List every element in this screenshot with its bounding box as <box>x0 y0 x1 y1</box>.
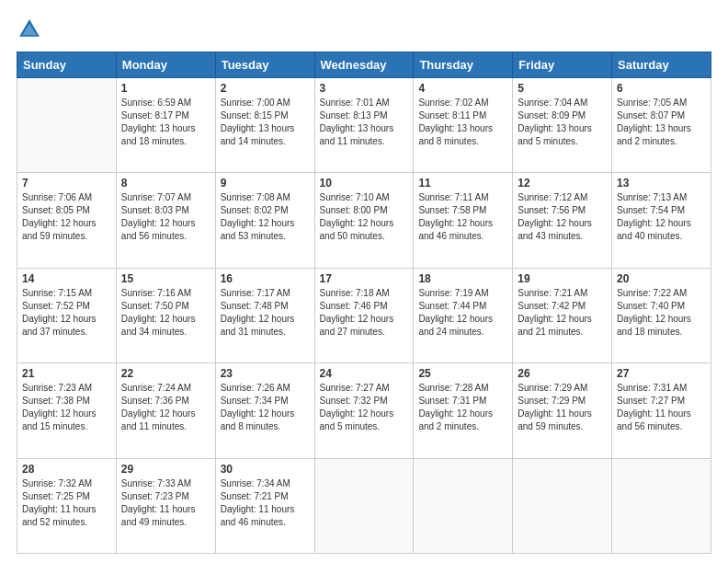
calendar-cell: 20Sunrise: 7:22 AM Sunset: 7:40 PM Dayli… <box>612 268 711 362</box>
day-number: 14 <box>22 272 111 285</box>
calendar-cell <box>612 458 711 553</box>
calendar-cell: 29Sunrise: 7:33 AM Sunset: 7:23 PM Dayli… <box>116 458 215 553</box>
calendar-cell: 9Sunrise: 7:08 AM Sunset: 8:02 PM Daylig… <box>215 173 314 268</box>
day-number: 9 <box>221 177 310 190</box>
calendar-cell <box>17 78 117 173</box>
day-info: Sunrise: 7:13 AM Sunset: 7:54 PM Dayligh… <box>617 191 706 243</box>
day-number: 30 <box>221 463 310 476</box>
day-info: Sunrise: 7:16 AM Sunset: 7:50 PM Dayligh… <box>121 287 210 339</box>
day-number: 13 <box>617 177 706 190</box>
calendar-cell: 30Sunrise: 7:34 AM Sunset: 7:21 PM Dayli… <box>215 458 314 553</box>
calendar-header-saturday: Saturday <box>612 52 711 78</box>
calendar-header-monday: Monday <box>116 52 215 78</box>
calendar-cell <box>314 458 414 553</box>
calendar-cell: 10Sunrise: 7:10 AM Sunset: 8:00 PM Dayli… <box>314 173 414 268</box>
day-number: 27 <box>617 367 706 380</box>
day-number: 22 <box>121 367 210 380</box>
day-info: Sunrise: 7:00 AM Sunset: 8:15 PM Dayligh… <box>221 97 310 148</box>
calendar-cell: 23Sunrise: 7:26 AM Sunset: 7:34 PM Dayli… <box>215 363 314 458</box>
day-info: Sunrise: 7:23 AM Sunset: 7:38 PM Dayligh… <box>22 382 111 433</box>
day-info: Sunrise: 7:07 AM Sunset: 8:03 PM Dayligh… <box>121 191 210 243</box>
logo-icon <box>17 17 42 42</box>
calendar-cell: 5Sunrise: 7:04 AM Sunset: 8:09 PM Daylig… <box>513 78 612 173</box>
day-number: 23 <box>221 367 310 380</box>
day-number: 4 <box>418 82 507 95</box>
day-number: 12 <box>518 177 607 190</box>
day-info: Sunrise: 7:04 AM Sunset: 8:09 PM Dayligh… <box>518 97 607 148</box>
calendar-week-5: 28Sunrise: 7:32 AM Sunset: 7:25 PM Dayli… <box>17 458 711 553</box>
calendar-cell: 22Sunrise: 7:24 AM Sunset: 7:36 PM Dayli… <box>116 363 215 458</box>
day-number: 19 <box>518 272 607 285</box>
calendar-week-2: 7Sunrise: 7:06 AM Sunset: 8:05 PM Daylig… <box>17 173 711 268</box>
day-number: 18 <box>418 272 507 285</box>
day-number: 10 <box>320 177 409 190</box>
day-info: Sunrise: 7:08 AM Sunset: 8:02 PM Dayligh… <box>221 191 310 243</box>
calendar-header-wednesday: Wednesday <box>314 52 414 78</box>
calendar-cell: 11Sunrise: 7:11 AM Sunset: 7:58 PM Dayli… <box>414 173 513 268</box>
calendar-cell: 25Sunrise: 7:28 AM Sunset: 7:31 PM Dayli… <box>414 363 513 458</box>
day-info: Sunrise: 7:27 AM Sunset: 7:32 PM Dayligh… <box>320 382 409 433</box>
calendar-cell: 3Sunrise: 7:01 AM Sunset: 8:13 PM Daylig… <box>314 78 414 173</box>
calendar-cell: 19Sunrise: 7:21 AM Sunset: 7:42 PM Dayli… <box>513 268 612 362</box>
calendar-cell <box>414 458 513 553</box>
day-info: Sunrise: 7:21 AM Sunset: 7:42 PM Dayligh… <box>518 287 607 339</box>
day-info: Sunrise: 7:26 AM Sunset: 7:34 PM Dayligh… <box>221 382 310 433</box>
day-info: Sunrise: 7:17 AM Sunset: 7:48 PM Dayligh… <box>221 287 310 339</box>
calendar-cell: 8Sunrise: 7:07 AM Sunset: 8:03 PM Daylig… <box>116 173 215 268</box>
day-number: 8 <box>121 177 210 190</box>
day-number: 6 <box>617 82 706 95</box>
calendar-header-thursday: Thursday <box>414 52 513 78</box>
calendar-cell: 28Sunrise: 7:32 AM Sunset: 7:25 PM Dayli… <box>17 458 117 553</box>
calendar-cell: 21Sunrise: 7:23 AM Sunset: 7:38 PM Dayli… <box>17 363 117 458</box>
calendar-cell: 7Sunrise: 7:06 AM Sunset: 8:05 PM Daylig… <box>17 173 117 268</box>
day-info: Sunrise: 7:32 AM Sunset: 7:25 PM Dayligh… <box>22 477 111 529</box>
day-number: 20 <box>617 272 706 285</box>
day-info: Sunrise: 7:15 AM Sunset: 7:52 PM Dayligh… <box>22 287 111 339</box>
calendar-cell: 16Sunrise: 7:17 AM Sunset: 7:48 PM Dayli… <box>215 268 314 362</box>
day-info: Sunrise: 7:12 AM Sunset: 7:56 PM Dayligh… <box>518 191 607 243</box>
day-number: 16 <box>221 272 310 285</box>
day-info: Sunrise: 7:18 AM Sunset: 7:46 PM Dayligh… <box>320 287 409 339</box>
calendar-cell: 27Sunrise: 7:31 AM Sunset: 7:27 PM Dayli… <box>612 363 711 458</box>
day-info: Sunrise: 7:11 AM Sunset: 7:58 PM Dayligh… <box>418 191 507 243</box>
day-info: Sunrise: 7:06 AM Sunset: 8:05 PM Dayligh… <box>22 191 111 243</box>
day-info: Sunrise: 7:22 AM Sunset: 7:40 PM Dayligh… <box>617 287 706 339</box>
calendar-header-row: SundayMondayTuesdayWednesdayThursdayFrid… <box>17 52 711 78</box>
page: SundayMondayTuesdayWednesdayThursdayFrid… <box>0 0 728 563</box>
calendar-cell <box>513 458 612 553</box>
day-number: 15 <box>121 272 210 285</box>
day-info: Sunrise: 7:02 AM Sunset: 8:11 PM Dayligh… <box>418 97 507 148</box>
calendar-week-4: 21Sunrise: 7:23 AM Sunset: 7:38 PM Dayli… <box>17 363 711 458</box>
day-number: 24 <box>320 367 409 380</box>
day-number: 3 <box>320 82 409 95</box>
calendar-table: SundayMondayTuesdayWednesdayThursdayFrid… <box>17 52 711 554</box>
day-info: Sunrise: 7:34 AM Sunset: 7:21 PM Dayligh… <box>221 477 310 529</box>
day-number: 5 <box>518 82 607 95</box>
day-number: 21 <box>22 367 111 380</box>
day-number: 25 <box>418 367 507 380</box>
day-number: 2 <box>221 82 310 95</box>
calendar-week-3: 14Sunrise: 7:15 AM Sunset: 7:52 PM Dayli… <box>17 268 711 362</box>
day-info: Sunrise: 7:05 AM Sunset: 8:07 PM Dayligh… <box>617 97 706 148</box>
day-number: 17 <box>320 272 409 285</box>
calendar-cell: 17Sunrise: 7:18 AM Sunset: 7:46 PM Dayli… <box>314 268 414 362</box>
day-info: Sunrise: 7:10 AM Sunset: 8:00 PM Dayligh… <box>320 191 409 243</box>
calendar-cell: 6Sunrise: 7:05 AM Sunset: 8:07 PM Daylig… <box>612 78 711 173</box>
calendar-cell: 15Sunrise: 7:16 AM Sunset: 7:50 PM Dayli… <box>116 268 215 362</box>
day-number: 7 <box>22 177 111 190</box>
calendar-header-sunday: Sunday <box>17 52 117 78</box>
header <box>17 17 711 42</box>
calendar-header-friday: Friday <box>513 52 612 78</box>
calendar-cell: 12Sunrise: 7:12 AM Sunset: 7:56 PM Dayli… <box>513 173 612 268</box>
logo <box>17 17 46 42</box>
calendar-cell: 26Sunrise: 7:29 AM Sunset: 7:29 PM Dayli… <box>513 363 612 458</box>
day-info: Sunrise: 7:28 AM Sunset: 7:31 PM Dayligh… <box>418 382 507 433</box>
calendar-cell: 24Sunrise: 7:27 AM Sunset: 7:32 PM Dayli… <box>314 363 414 458</box>
day-number: 28 <box>22 463 111 476</box>
day-number: 26 <box>518 367 607 380</box>
day-info: Sunrise: 7:29 AM Sunset: 7:29 PM Dayligh… <box>518 382 607 433</box>
calendar-cell: 1Sunrise: 6:59 AM Sunset: 8:17 PM Daylig… <box>116 78 215 173</box>
day-info: Sunrise: 7:19 AM Sunset: 7:44 PM Dayligh… <box>418 287 507 339</box>
day-number: 11 <box>418 177 507 190</box>
calendar-header-tuesday: Tuesday <box>215 52 314 78</box>
